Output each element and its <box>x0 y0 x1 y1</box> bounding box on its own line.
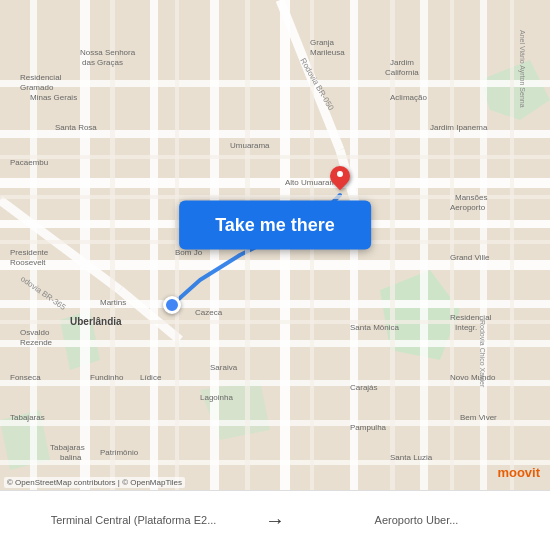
svg-text:Gramado: Gramado <box>20 83 54 92</box>
svg-text:Jardim: Jardim <box>390 58 414 67</box>
map-container: Rodovia BR-050 odovia BR-365 Rodovia Chi… <box>0 0 550 490</box>
svg-text:Jardim Ipanema: Jardim Ipanema <box>430 123 488 132</box>
svg-text:Lídice: Lídice <box>140 373 162 382</box>
svg-rect-37 <box>450 0 454 490</box>
svg-text:Roosevelt: Roosevelt <box>10 258 46 267</box>
footer-dest-label: Aeroporto Uber... <box>375 514 459 527</box>
svg-text:Osvaldo: Osvaldo <box>20 328 50 337</box>
svg-text:Novo Mundo: Novo Mundo <box>450 373 496 382</box>
svg-text:Minas Gerais: Minas Gerais <box>30 93 77 102</box>
svg-text:Santa Mônica: Santa Mônica <box>350 323 399 332</box>
svg-text:Martins: Martins <box>100 298 126 307</box>
svg-text:Granja: Granja <box>310 38 335 47</box>
svg-text:Tabajaras: Tabajaras <box>10 413 45 422</box>
svg-rect-28 <box>0 155 550 159</box>
svg-text:Anel Viário Ayrton Senna: Anel Viário Ayrton Senna <box>518 30 526 108</box>
svg-text:Rezende: Rezende <box>20 338 53 347</box>
svg-text:Cazeca: Cazeca <box>195 308 223 317</box>
svg-text:das Graças: das Graças <box>82 58 123 67</box>
svg-text:Fonseca: Fonseca <box>10 373 41 382</box>
svg-text:Marileusa: Marileusa <box>310 48 345 57</box>
svg-text:Grand Ville: Grand Ville <box>450 253 490 262</box>
svg-text:Aeroporto: Aeroporto <box>450 203 486 212</box>
destination-marker <box>330 166 350 192</box>
svg-text:Umuarama: Umuarama <box>230 141 270 150</box>
svg-rect-21 <box>420 0 428 490</box>
svg-text:Uberlândia: Uberlândia <box>70 316 122 327</box>
svg-text:Saraiva: Saraiva <box>210 363 238 372</box>
footer-origin-label: Terminal Central (Plataforma E2... <box>51 514 217 527</box>
svg-text:Pacaembu: Pacaembu <box>10 158 48 167</box>
svg-text:Nossa Senhora: Nossa Senhora <box>80 48 136 57</box>
svg-rect-16 <box>80 0 90 490</box>
svg-text:Residencial: Residencial <box>450 313 492 322</box>
svg-rect-32 <box>110 0 115 490</box>
footer: Terminal Central (Plataforma E2... → Aer… <box>0 490 550 550</box>
origin-marker <box>163 296 181 314</box>
svg-text:Integr.: Integr. <box>455 323 477 332</box>
svg-text:Santa Rosa: Santa Rosa <box>55 123 97 132</box>
footer-destination: Aeroporto Uber... <box>293 514 540 527</box>
svg-text:Mansões: Mansões <box>455 193 487 202</box>
svg-text:Tabajaras: Tabajaras <box>50 443 85 452</box>
svg-text:balina: balina <box>60 453 82 462</box>
svg-text:Residencial: Residencial <box>20 73 62 82</box>
svg-rect-38 <box>510 0 514 490</box>
svg-text:Lagoinha: Lagoinha <box>200 393 233 402</box>
moovit-logo: moovit <box>497 465 540 480</box>
svg-text:Presidente: Presidente <box>10 248 49 257</box>
svg-text:Pampulha: Pampulha <box>350 423 387 432</box>
svg-text:Santa Luzia: Santa Luzia <box>390 453 433 462</box>
svg-text:Bem Viver: Bem Viver <box>460 413 497 422</box>
svg-text:California: California <box>385 68 419 77</box>
map-attribution: © OpenStreetMap contributors | © OpenMap… <box>4 477 185 488</box>
svg-text:Carajás: Carajás <box>350 383 378 392</box>
footer-arrow-icon: → <box>265 509 285 532</box>
svg-text:Aclimação: Aclimação <box>390 93 427 102</box>
svg-text:Patrimônio: Patrimônio <box>100 448 139 457</box>
svg-rect-17 <box>150 0 158 490</box>
footer-origin: Terminal Central (Plataforma E2... <box>10 514 257 527</box>
svg-text:Fundinho: Fundinho <box>90 373 124 382</box>
take-me-there-button[interactable]: Take me there <box>179 201 371 250</box>
